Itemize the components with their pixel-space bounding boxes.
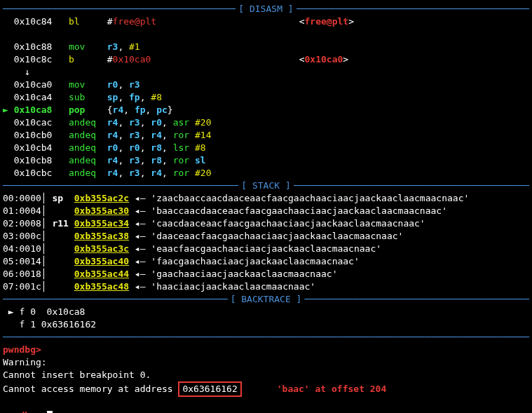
highlighted-address: 0x63616162 <box>178 381 241 397</box>
disasm-label: [ DISASM ] <box>236 3 296 15</box>
backtrace-label: [ BACKTRACE ] <box>228 293 305 306</box>
stack-row: 06:0018│ 0xb355ac44 ◂— 'gaachaaciaacjaac… <box>3 268 529 280</box>
stack-label: [ STACK ] <box>238 180 293 192</box>
disasm-rows: 0x10c84 bl #free@plt <free@plt> 0x10c88 … <box>3 15 529 180</box>
disasm-row: 0x10c88 mov r3, #1 <box>3 41 529 53</box>
disasm-row: 0x10c8c b #0x10ca0 <0x10ca0> <box>3 53 529 66</box>
disasm-row <box>3 28 529 41</box>
error-line-1: Cannot insert breakpoint 0. <box>3 369 529 381</box>
stack-row: 02:0008│ r11 0xb355ac34 ◂— 'caacdaaceaac… <box>3 217 529 230</box>
stack-section-header: [ STACK ] <box>3 180 529 192</box>
stack-row: 05:0014│ 0xb355ac40 ◂— 'faacgaachaaciaac… <box>3 255 529 268</box>
stack-row: 00:0000│ sp 0xb355ac2c ◂— 'zaacbaaccaacd… <box>3 192 529 205</box>
annotation-text: 'baac' at offset 204 <box>277 383 387 395</box>
backtrace-row: f 1 0x63616162 <box>3 318 529 331</box>
stack-row: 04:0010│ 0xb355ac3c ◂— 'eaacfaacgaachaac… <box>3 243 529 255</box>
error-prefix: Cannot access memory at address <box>3 383 178 395</box>
disasm-row: 0x10ca0 mov r0, r3 <box>3 79 529 91</box>
stack-row: 07:001c│ 0xb355ac48 ◂— 'haaciaacjaackaac… <box>3 280 529 293</box>
stack-row: 01:0004│ 0xb355ac30 ◂— 'baaccaacdaaceaac… <box>3 205 529 217</box>
stack-rows: 00:0000│ sp 0xb355ac2c ◂— 'zaacbaaccaacd… <box>3 192 529 293</box>
stack-row: 03:000c│ 0xb355ac38 ◂— 'daaceaacfaacgaac… <box>3 230 529 243</box>
disasm-section-header: [ DISASM ] <box>3 3 529 15</box>
disasm-row: 0x10cb8 andeq r4, r3, r8, ror sl <box>3 154 529 167</box>
disasm-row: 0x10cbc andeq r4, r3, r4, ror #20 <box>3 167 529 180</box>
disasm-row: 0x10cac andeq r4, r3, r0, asr #20 <box>3 116 529 129</box>
disasm-row: ↓ <box>3 66 529 79</box>
disasm-row: ► 0x10ca8 pop {r4, fp, pc} <box>3 104 529 116</box>
backtrace-rows: ► f 0 0x10ca8 f 1 0x63616162 <box>3 306 529 331</box>
prompt-1[interactable]: pwndbg> <box>3 344 41 355</box>
backtrace-section-header: [ BACKTRACE ] <box>3 293 529 306</box>
disasm-row: 0x10ca4 sub sp, fp, #8 <box>3 91 529 104</box>
section-rule <box>3 331 529 344</box>
warning-line: Warning: <box>3 356 529 369</box>
backtrace-row: ► f 0 0x10ca8 <box>3 306 529 318</box>
disasm-row: 0x10cb4 andeq r0, r0, r8, lsr #8 <box>3 142 529 154</box>
disasm-row: 0x10c84 bl #free@plt <free@plt> <box>3 15 529 28</box>
prompt-2[interactable]: pwndbg> <box>3 410 41 413</box>
error-line-2: Cannot access memory at address 0x636161… <box>3 381 529 397</box>
disasm-row: 0x10cb0 andeq r4, r3, r4, ror #14 <box>3 129 529 142</box>
